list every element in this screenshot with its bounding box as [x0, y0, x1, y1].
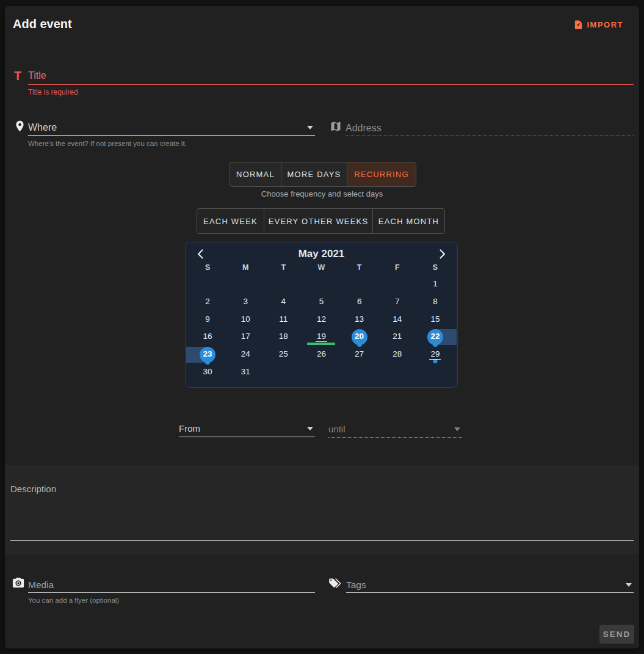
- day-number: 3: [243, 297, 248, 307]
- day-number: 26: [317, 350, 326, 359]
- day-number: 4: [281, 297, 286, 307]
- calendar-day-7[interactable]: 7: [378, 293, 416, 311]
- from-placeholder: From: [179, 423, 200, 434]
- address-input[interactable]: Address: [346, 121, 634, 136]
- title-input[interactable]: Title: [28, 67, 634, 85]
- calendar-day-19[interactable]: 19: [302, 328, 340, 346]
- calendar-header: May 2021: [186, 242, 457, 261]
- frequency-each-month[interactable]: EACH MONTH: [373, 209, 444, 233]
- calendar-day-25[interactable]: 25: [264, 346, 302, 363]
- weekday-label: T: [264, 263, 302, 272]
- day-number: 10: [241, 315, 250, 324]
- calendar-day-empty: [226, 275, 264, 293]
- chevron-left-icon[interactable]: [195, 248, 206, 260]
- day-number: 16: [203, 332, 212, 341]
- calendar-day-5[interactable]: 5: [302, 293, 340, 311]
- calendar-day-12[interactable]: 12: [302, 311, 340, 329]
- calendar-month-label: May 2021: [298, 248, 345, 260]
- frequency-every-other-weeks[interactable]: EVERY OTHER WEEKS: [264, 209, 373, 233]
- calendar-day-4[interactable]: 4: [264, 293, 302, 311]
- calendar-day-31[interactable]: 31: [226, 363, 264, 381]
- calendar-day-18[interactable]: 18: [264, 328, 302, 346]
- until-placeholder: until: [328, 424, 346, 434]
- media-helper-text: You can add a flyer (optional): [28, 597, 119, 604]
- day-number: 11: [279, 315, 288, 324]
- chevron-down-icon: [307, 126, 313, 129]
- calendar-day-empty: [302, 275, 340, 293]
- tab-normal[interactable]: NORMAL: [230, 162, 281, 186]
- calendar-day-26[interactable]: 26: [302, 346, 340, 363]
- calendar-day-empty: [341, 275, 378, 293]
- frequency-options: EACH WEEK EVERY OTHER WEEKS EACH MONTH: [197, 208, 445, 234]
- frequency-hint: Choose frequency and select days: [5, 189, 639, 198]
- chevron-right-icon[interactable]: [437, 248, 448, 260]
- where-placeholder: Where: [28, 122, 57, 133]
- day-number: 15: [430, 315, 440, 324]
- calendar-day-1[interactable]: 1: [416, 275, 454, 293]
- tag-icon: [328, 578, 344, 592]
- tab-more-days[interactable]: MORE DAYS: [281, 162, 347, 186]
- day-number: 13: [355, 315, 364, 324]
- tags-select[interactable]: Tags: [346, 577, 634, 593]
- calendar: May 2021 SMTWTFS 12345678910111213141516…: [185, 242, 458, 388]
- weekday-label: S: [189, 263, 226, 272]
- event-mode-tabs: NORMAL MORE DAYS RECURRING: [230, 162, 416, 187]
- calendar-day-21[interactable]: 21: [378, 328, 416, 346]
- calendar-day-28[interactable]: 28: [378, 346, 416, 363]
- calendar-day-13[interactable]: 13: [341, 311, 378, 329]
- send-label: SEND: [603, 630, 631, 639]
- calendar-day-11[interactable]: 11: [264, 311, 302, 329]
- calendar-day-17[interactable]: 17: [226, 328, 264, 346]
- frequency-each-week[interactable]: EACH WEEK: [197, 209, 264, 233]
- day-number: 23: [200, 347, 215, 363]
- calendar-weekdays: SMTWTFS: [186, 263, 457, 272]
- day-number: 21: [393, 332, 402, 341]
- calendar-day-30[interactable]: 30: [189, 363, 226, 381]
- title-format-icon: T: [14, 69, 21, 83]
- calendar-day-empty: [378, 363, 416, 381]
- weekday-label: M: [226, 263, 264, 272]
- description-underline: [10, 540, 634, 541]
- calendar-day-14[interactable]: 14: [378, 311, 416, 329]
- day-number: 30: [203, 368, 212, 377]
- address-placeholder: Address: [346, 123, 382, 134]
- calendar-day-23[interactable]: 23: [189, 346, 226, 363]
- calendar-day-24[interactable]: 24: [226, 346, 264, 363]
- import-button[interactable]: IMPORT: [573, 20, 623, 30]
- calendar-day-2[interactable]: 2: [189, 293, 226, 311]
- calendar-day-15[interactable]: 15: [416, 311, 454, 329]
- title-placeholder: Title: [28, 70, 46, 81]
- from-time-select[interactable]: From: [179, 420, 315, 437]
- calendar-day-20[interactable]: 20: [341, 328, 378, 346]
- day-number: 19: [316, 332, 327, 342]
- calendar-day-empty: [302, 363, 340, 381]
- calendar-day-16[interactable]: 16: [189, 328, 226, 346]
- add-event-card: Add event IMPORT T Title Title is requir…: [5, 6, 639, 649]
- day-number: 27: [355, 350, 364, 359]
- page-title: Add event: [13, 17, 72, 31]
- chevron-down-icon: [626, 583, 632, 587]
- calendar-day-8[interactable]: 8: [416, 293, 454, 311]
- where-helper-text: Where's the event? If not present you ca…: [28, 140, 187, 147]
- calendar-day-27[interactable]: 27: [341, 346, 378, 363]
- calendar-day-3[interactable]: 3: [226, 293, 264, 311]
- calendar-day-9[interactable]: 9: [189, 311, 226, 329]
- day-number: 22: [427, 329, 443, 345]
- day-number: 1: [433, 280, 438, 289]
- calendar-day-empty: [378, 275, 416, 293]
- calendar-day-10[interactable]: 10: [226, 311, 264, 329]
- day-number: 5: [319, 297, 324, 307]
- day-number: 2: [205, 297, 210, 307]
- tab-recurring[interactable]: RECURRING: [347, 162, 416, 186]
- weekday-label: F: [378, 263, 416, 272]
- where-select[interactable]: Where: [28, 120, 315, 136]
- media-input[interactable]: Media: [28, 577, 315, 593]
- day-number: 9: [205, 315, 210, 324]
- calendar-day-29[interactable]: 29: [416, 346, 454, 363]
- calendar-day-22[interactable]: 22: [416, 328, 454, 346]
- send-button[interactable]: SEND: [599, 625, 634, 644]
- until-time-select[interactable]: until: [328, 421, 462, 438]
- calendar-day-empty: [264, 363, 302, 381]
- calendar-day-6[interactable]: 6: [341, 293, 378, 311]
- description-textarea[interactable]: Description: [5, 465, 639, 554]
